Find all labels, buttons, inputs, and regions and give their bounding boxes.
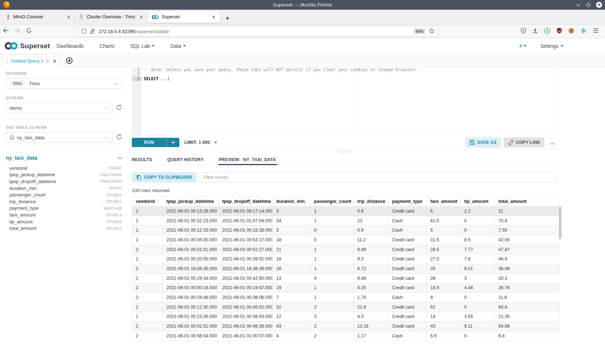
zoom-level-badge[interactable]: 90% — [414, 28, 425, 34]
results-column-header[interactable]: duration_min — [273, 197, 310, 206]
cookie-icon[interactable] — [568, 28, 574, 35]
results-column-header[interactable]: vendorid — [132, 197, 163, 206]
run-options-button[interactable] — [166, 138, 179, 147]
account-shield-icon[interactable] — [521, 28, 526, 35]
table-cell: 2.2 — [461, 206, 495, 216]
window-close-button[interactable]: ✕ — [596, 2, 602, 8]
table-cell: 2 — [132, 331, 163, 341]
chevron-down-icon — [183, 45, 186, 47]
table-cell: 2021-06-01 00:56:04.000 — [163, 331, 219, 341]
downloads-icon[interactable] — [532, 28, 538, 35]
schema-select[interactable]: demo — [6, 103, 112, 113]
table-cell: 2021-06-01 00:53:17.000 — [219, 235, 273, 245]
tab-results[interactable]: RESULTS — [132, 154, 152, 165]
ublock-icon[interactable] — [556, 28, 562, 35]
query-tab[interactable]: Untitled Query 1 ✕ — [3, 54, 60, 68]
results-column-header[interactable]: passenger_count — [310, 197, 354, 206]
superset-logo[interactable]: Superset — [4, 42, 50, 50]
drag-handle-icon[interactable] — [6, 59, 8, 63]
table-cell: 6.01 — [461, 264, 495, 274]
table-select[interactable]: ny_taxi_data — [6, 132, 112, 143]
browser-tab-trino[interactable]: Cluster Overview - Trino ✕ — [75, 11, 148, 23]
table-row: 22021-06-01 18:08:35.0002021-06-01 18:36… — [132, 264, 560, 274]
table-cell: 0 — [310, 226, 354, 235]
table-cell: 1 — [310, 216, 354, 226]
tab-close-icon[interactable]: ✕ — [65, 14, 72, 20]
tab-close-icon[interactable]: ✕ — [138, 14, 145, 20]
table-row: 12021-06-01 00:12:30.0002021-06-01 00:45… — [132, 302, 560, 312]
tab-query-history[interactable]: QUERY HISTORY — [167, 154, 204, 165]
table-cell: 36.06 — [495, 264, 560, 274]
insecure-lock-icon[interactable] — [90, 28, 95, 34]
table-cell: 12 — [273, 312, 310, 322]
filter-results-input[interactable] — [200, 172, 557, 182]
nav-item-data[interactable]: Data — [170, 43, 186, 49]
window-minimize-button[interactable] — [576, 3, 581, 8]
results-column-header[interactable]: tpep_pickup_datetime — [163, 197, 219, 206]
new-item-plus-button[interactable]: + — [519, 42, 526, 50]
copy-link-button[interactable]: COPY LINK — [504, 137, 545, 147]
minio-favicon — [6, 14, 10, 20]
table-name-heading[interactable]: ny_taxi_data — [6, 155, 37, 161]
collapse-table-chevron-icon[interactable] — [118, 155, 122, 161]
chevron-down-icon — [114, 80, 118, 87]
results-column-header[interactable]: fare_amount — [427, 197, 461, 206]
table-cell: 2021-06-01 18:36:38.000 — [219, 264, 273, 274]
tab-preview-table[interactable]: PREVIEW: `NY_TAXI_DATA` — [219, 154, 277, 165]
more-actions-button[interactable]: ... — [547, 140, 557, 145]
new-tab-button[interactable]: + — [225, 15, 230, 22]
column-type: VARCHAR — [103, 206, 122, 210]
colorful-extension-icon[interactable] — [581, 28, 587, 35]
column-name: total_amount — [9, 226, 36, 231]
url-bar[interactable]: 172.18.0.4:32295/superset/sqllab/ 90% — [79, 26, 438, 37]
text-cursor — [169, 77, 169, 81]
table-cell: 2 — [310, 322, 354, 331]
settings-menu[interactable]: Settings — [540, 43, 564, 49]
add-query-tab-button[interactable] — [66, 57, 73, 65]
results-column-header[interactable]: total_amount — [495, 197, 560, 206]
save-icon — [470, 140, 475, 145]
sql-editor[interactable]: 1 2 3 -- Note: Unless you save your quer… — [130, 68, 559, 136]
table-cell: 2021-06-01 00:45:02.000 — [219, 302, 273, 312]
table-cell: 2021-06-01 00:36:06.000 — [219, 293, 273, 302]
results-scrollbar-thumb[interactable] — [559, 206, 561, 239]
query-tab-close-icon[interactable]: ✕ — [53, 59, 57, 64]
limit-dropdown[interactable]: LIMIT: 1 000 — [184, 140, 217, 145]
back-icon[interactable] — [0, 28, 12, 35]
shield-icon[interactable] — [82, 28, 87, 34]
save-as-button[interactable]: SAVE AS — [465, 137, 501, 147]
refresh-schemas-icon[interactable] — [116, 104, 122, 112]
table-column-row: fare_amountDOUBLE — [6, 211, 122, 218]
table-cell: 2021-06-01 00:00:14.000 — [163, 283, 219, 293]
nav-item-dashboards[interactable]: Dashboards — [57, 43, 84, 49]
run-button[interactable]: RUN — [132, 138, 166, 147]
refresh-tables-icon[interactable] — [116, 134, 122, 141]
table-cell: 21.6 — [354, 302, 389, 312]
nav-item-charts[interactable]: Charts — [99, 43, 114, 49]
table-cell: 2021-06-01 00:39:02.000 — [219, 254, 273, 264]
reload-icon[interactable] — [23, 28, 35, 35]
column-type: DOUBLE — [106, 213, 122, 217]
results-column-header[interactable]: trip_distance — [354, 197, 389, 206]
window-maximize-button[interactable] — [586, 3, 591, 8]
table-cell: 5 — [427, 226, 461, 235]
copy-to-clipboard-button[interactable]: COPY TO CLIPBOARD — [132, 172, 197, 182]
results-column-header[interactable]: tip_amount — [461, 197, 495, 206]
browser-tab-minio[interactable]: MinIO Console ✕ — [2, 11, 75, 23]
sql-empty-line — [144, 72, 559, 76]
bookmark-star-icon[interactable] — [429, 28, 435, 35]
results-column-header[interactable]: payment_type — [389, 197, 427, 206]
results-column-header[interactable]: tpep_dropoff_datetime — [219, 197, 273, 206]
nav-item-sql-lab[interactable]: SQL Lab — [130, 43, 155, 49]
tab-close-icon[interactable]: ✕ — [210, 14, 217, 20]
table-cell: 4 — [273, 331, 310, 341]
table-cell: Credit card — [389, 264, 427, 274]
column-type: DOUBLE — [106, 199, 122, 204]
column-name: passenger_count — [9, 192, 45, 197]
browser-tab-superset[interactable]: Superset ✕ — [148, 11, 220, 23]
pane-resize-handle[interactable] — [130, 150, 559, 154]
menu-hamburger-icon[interactable] — [593, 28, 599, 35]
database-select[interactable]: trino Trino — [6, 78, 122, 89]
extension-green-icon[interactable] — [544, 28, 550, 35]
forward-icon[interactable] — [12, 28, 23, 35]
